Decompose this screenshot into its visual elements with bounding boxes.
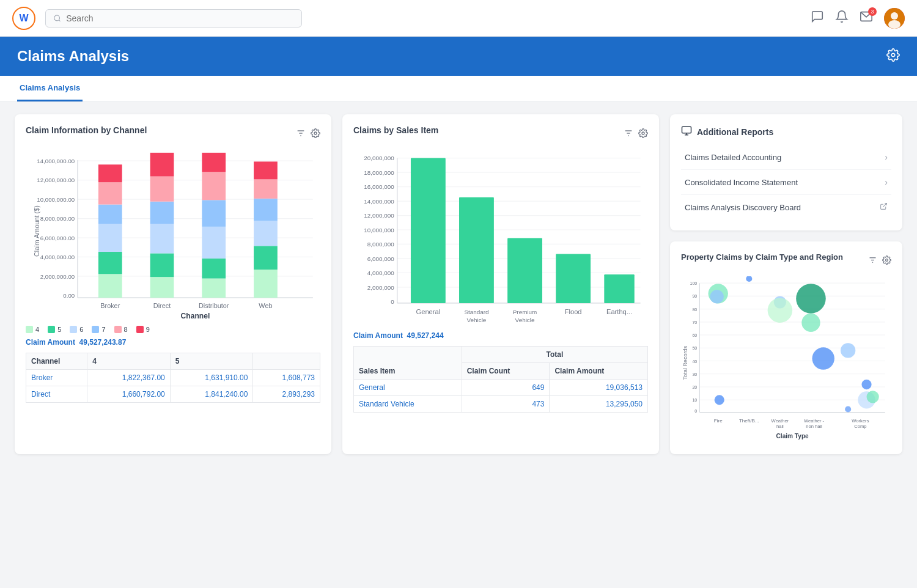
table-row: General 649 19,036,513 [354, 379, 648, 395]
chart1-header: Claim Information by Channel [26, 125, 320, 144]
avatar[interactable] [884, 8, 905, 29]
svg-point-104 [886, 259, 888, 262]
channel-direct[interactable]: Direct [26, 386, 87, 403]
broker-col5: 1,631,910.00 [170, 370, 253, 386]
svg-text:Standard: Standard [464, 309, 488, 315]
legend-item-4: 4 [26, 326, 39, 333]
bubble-filter-icon[interactable] [868, 255, 877, 267]
svg-text:Direct: Direct [153, 302, 171, 309]
svg-text:Claim Type: Claim Type [776, 433, 809, 439]
chart2-settings-icon[interactable] [638, 128, 648, 141]
svg-rect-38 [150, 224, 174, 253]
svg-rect-40 [150, 177, 174, 202]
legend-color-5 [48, 326, 55, 333]
svg-text:2,000,000.00: 2,000,000.00 [40, 273, 75, 280]
chevron-right-icon-1: › [885, 152, 888, 162]
bubble-chart-tools [868, 255, 891, 267]
svg-point-10 [314, 132, 317, 134]
chart1-settings-icon[interactable] [311, 128, 320, 141]
svg-text:non hail: non hail [806, 424, 822, 429]
svg-text:18,000,000: 18,000,000 [364, 169, 394, 176]
search-bar[interactable] [45, 9, 302, 28]
chart1-filter-icon[interactable] [296, 128, 306, 141]
right-column: Additional Reports Claims Detailed Accou… [670, 114, 902, 454]
svg-rect-97 [682, 127, 691, 133]
svg-rect-29 [98, 274, 122, 298]
chat-icon[interactable] [811, 10, 824, 26]
direct-col5: 1,841,240.00 [170, 386, 253, 403]
svg-text:20: 20 [692, 385, 697, 390]
svg-rect-34 [98, 164, 122, 182]
report-item-2[interactable]: Consolidated Income Statement › [681, 170, 891, 195]
chart2-filter-icon[interactable] [624, 128, 633, 141]
svg-point-0 [54, 15, 60, 21]
svg-text:Theft/B...: Theft/B... [739, 418, 759, 424]
svg-text:8,000,000: 8,000,000 [367, 241, 394, 248]
bubble-chart-card: Property Claims by Claim Type and Region… [670, 241, 902, 454]
svg-rect-36 [150, 277, 174, 298]
report-item-3[interactable]: Claims Analysis Discovery Board [681, 195, 891, 219]
broker-col4: 1,822,367.00 [87, 370, 171, 386]
svg-text:16,000,000: 16,000,000 [364, 183, 394, 190]
svg-rect-37 [150, 253, 174, 277]
svg-text:4,000,000.00: 4,000,000.00 [40, 254, 75, 260]
svg-text:4,000,000: 4,000,000 [367, 270, 394, 276]
chart1-svg: 14,000,000.00 12,000,000.00 10,000,000.0… [32, 150, 320, 320]
col-channel: Channel [26, 353, 87, 370]
svg-text:Weather -: Weather - [804, 418, 825, 424]
chart1-claim-amount: Claim Amount 49,527,243.87 [26, 338, 320, 347]
svg-line-100 [883, 204, 886, 207]
chart1-amount-value: 49,527,243.87 [79, 338, 127, 347]
main-content: Claim Information by Channel 14,000,000.… [0, 102, 917, 466]
standard-count: 473 [462, 395, 550, 412]
channel-broker[interactable]: Broker [26, 370, 87, 386]
tab-claims-analysis[interactable]: Claims Analysis [17, 76, 83, 101]
chevron-right-icon-2: › [885, 177, 888, 187]
legend-item-5: 5 [48, 326, 61, 333]
header-settings-icon[interactable] [886, 48, 900, 65]
search-input[interactable] [66, 13, 294, 23]
inbox-badge: 3 [868, 7, 877, 16]
notification-icon[interactable] [835, 10, 849, 26]
legend-item-6: 6 [70, 326, 83, 333]
item-standard-vehicle[interactable]: Standard Vehicle [354, 395, 462, 412]
chart2-table: Sales Item Total Claim Count Claim Amoun… [353, 346, 648, 413]
col-total: Total [462, 346, 647, 362]
bubble-settings-icon[interactable] [882, 255, 891, 267]
chart2-tools [624, 128, 648, 141]
svg-text:Channel: Channel [181, 312, 210, 320]
external-link-icon [880, 202, 888, 212]
item-general[interactable]: General [354, 379, 462, 395]
top-navigation: W 3 [0, 0, 917, 37]
svg-point-140 [861, 380, 871, 389]
inbox-icon[interactable]: 3 [860, 10, 873, 26]
table-row: Direct 1,660,792.00 1,841,240.00 2,893,2… [26, 386, 320, 403]
svg-text:Workers: Workers [852, 418, 869, 424]
svg-point-138 [841, 343, 855, 358]
tabs-bar: Claims Analysis [0, 76, 917, 102]
legend-item-8: 8 [114, 326, 128, 333]
svg-text:90: 90 [692, 294, 697, 299]
svg-text:12,000,000.00: 12,000,000.00 [37, 177, 75, 183]
svg-point-5 [888, 20, 900, 29]
workday-logo[interactable]: W [12, 7, 35, 30]
svg-text:Flood: Flood [565, 308, 582, 315]
svg-rect-41 [150, 153, 174, 177]
chart1-title: Claim Information by Channel [26, 125, 147, 135]
chart1-table: Channel 4 5 Broker 1,822,367.00 1,631,91… [26, 353, 320, 403]
svg-text:10,000,000: 10,000,000 [364, 227, 394, 233]
chart1-card: Claim Information by Channel 14,000,000.… [15, 114, 331, 454]
svg-rect-46 [202, 200, 226, 227]
svg-rect-33 [98, 182, 122, 204]
chart2-amount-value: 49,527,244 [407, 331, 444, 340]
svg-point-136 [801, 314, 820, 332]
nav-icons: 3 [811, 8, 905, 29]
general-amount: 19,036,513 [550, 379, 648, 395]
svg-text:30: 30 [692, 372, 697, 377]
svg-text:100: 100 [690, 281, 697, 286]
report-item-1[interactable]: Claims Detailed Accounting › [681, 145, 891, 170]
svg-rect-53 [254, 199, 278, 221]
additional-reports-header: Additional Reports [681, 125, 891, 139]
svg-text:Earthq...: Earthq... [606, 308, 632, 315]
svg-text:0: 0 [391, 298, 394, 305]
